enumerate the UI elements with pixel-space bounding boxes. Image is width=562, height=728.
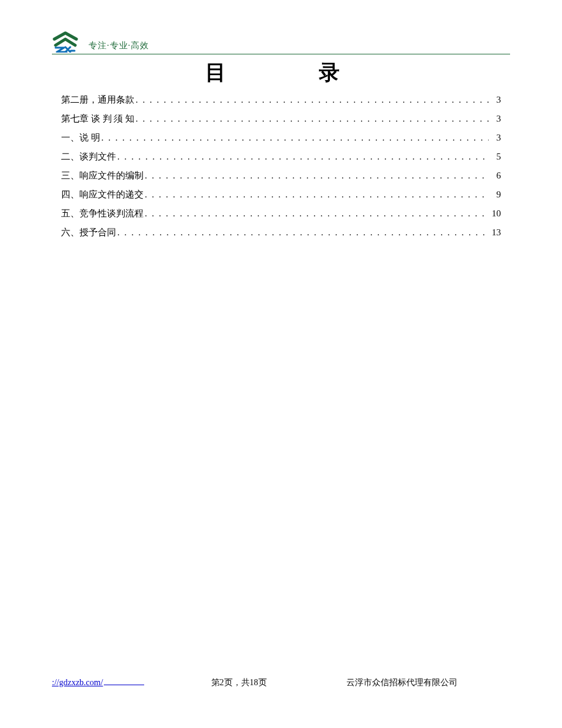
toc-leader-dots: . . . . . . . . . . . . . . . . . . . . … bbox=[144, 209, 489, 218]
toc-entry: 五、竞争性谈判流程. . . . . . . . . . . . . . . .… bbox=[61, 209, 501, 228]
toc-entry-page: 3 bbox=[489, 95, 501, 105]
toc-entry: 六、授予合同. . . . . . . . . . . . . . . . . … bbox=[61, 228, 501, 247]
toc-title: 目 录 bbox=[0, 59, 562, 87]
document-page: 专注·专业·高效 目 录 第二册，通用条款. . . . . . . . . .… bbox=[0, 0, 562, 728]
toc-entry-page: 3 bbox=[489, 133, 501, 142]
toc-entry-label: 第二册，通用条款 bbox=[61, 95, 134, 105]
toc-leader-dots: . . . . . . . . . . . . . . . . . . . . … bbox=[144, 171, 489, 180]
toc-entry-page: 10 bbox=[489, 209, 501, 218]
header-divider bbox=[52, 54, 510, 54]
toc-entry-label: 六、授予合同 bbox=[61, 228, 116, 237]
toc-entry-page: 13 bbox=[489, 228, 501, 237]
toc-entry: 四、响应文件的递交. . . . . . . . . . . . . . . .… bbox=[61, 190, 501, 209]
toc-leader-dots: . . . . . . . . . . . . . . . . . . . . … bbox=[144, 190, 489, 199]
toc-leader-dots: . . . . . . . . . . . . . . . . . . . . … bbox=[116, 152, 489, 161]
toc-entry: 三、响应文件的编制. . . . . . . . . . . . . . . .… bbox=[61, 171, 501, 190]
toc-leader-dots: . . . . . . . . . . . . . . . . . . . . … bbox=[116, 228, 489, 237]
header-tagline: 专注·专业·高效 bbox=[89, 40, 149, 53]
toc-entry: 第二册，通用条款. . . . . . . . . . . . . . . . … bbox=[61, 95, 501, 114]
toc-entry-page: 3 bbox=[489, 114, 501, 123]
toc-entry-page: 5 bbox=[489, 152, 501, 161]
toc-leader-dots: . . . . . . . . . . . . . . . . . . . . … bbox=[134, 114, 489, 123]
table-of-contents: 第二册，通用条款. . . . . . . . . . . . . . . . … bbox=[61, 95, 501, 247]
toc-entry: 一、说 明. . . . . . . . . . . . . . . . . .… bbox=[61, 133, 501, 152]
toc-entry-label: 第七章 谈 判 须 知 bbox=[61, 114, 134, 123]
toc-entry-label: 一、说 明 bbox=[61, 133, 100, 142]
footer-link-wrapper: ://gdzxzb.com/ bbox=[52, 677, 144, 688]
toc-leader-dots: . . . . . . . . . . . . . . . . . . . . … bbox=[100, 133, 489, 142]
toc-entry: 二、谈判文件. . . . . . . . . . . . . . . . . … bbox=[61, 152, 501, 171]
page-header: 专注·专业·高效 bbox=[52, 27, 510, 53]
toc-entry-page: 9 bbox=[489, 190, 501, 199]
toc-entry-label: 五、竞争性谈判流程 bbox=[61, 209, 144, 218]
zx-logo bbox=[52, 31, 79, 53]
toc-entry: 第七章 谈 判 须 知. . . . . . . . . . . . . . .… bbox=[61, 114, 501, 133]
toc-entry-label: 三、响应文件的编制 bbox=[61, 171, 144, 180]
footer-link[interactable]: ://gdzxzb.com/ bbox=[52, 678, 103, 687]
company-name: 云浮市众信招标代理有限公司 bbox=[346, 677, 458, 688]
footer-link-underline-pad bbox=[104, 677, 144, 685]
page-indicator: 第2页，共18页 bbox=[211, 677, 267, 688]
toc-entry-page: 6 bbox=[489, 171, 501, 180]
toc-leader-dots: . . . . . . . . . . . . . . . . . . . . … bbox=[134, 95, 489, 105]
toc-entry-label: 四、响应文件的递交 bbox=[61, 190, 144, 199]
page-footer: ://gdzxzb.com/ 第2页，共18页 云浮市众信招标代理有限公司 bbox=[52, 677, 510, 688]
toc-entry-label: 二、谈判文件 bbox=[61, 152, 116, 161]
